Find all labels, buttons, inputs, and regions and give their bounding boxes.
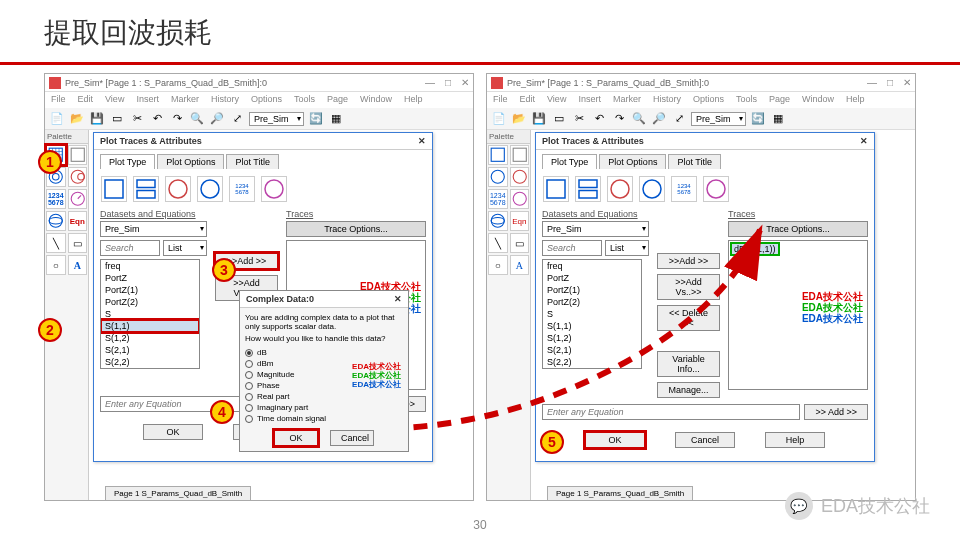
svg-point-18 [513,170,526,183]
svg-point-5 [77,174,84,181]
min-icon[interactable]: — [425,77,435,88]
svg-point-17 [491,170,504,183]
svg-point-27 [707,180,725,198]
step-badge-3: 3 [212,258,236,282]
max-icon[interactable]: □ [445,77,451,88]
plottype-smith-icon[interactable] [165,176,191,202]
wechat-icon: 💬 [785,492,813,520]
dialog-close-icon[interactable]: ✕ [418,136,426,146]
search-input[interactable] [100,240,160,256]
svg-point-12 [169,180,187,198]
svg-rect-11 [137,191,155,199]
dialog-tabs[interactable]: Plot TypePlot OptionsPlot Title [94,150,432,169]
radio-time[interactable]: Time domain signal [245,413,403,424]
svg-point-7 [49,214,62,227]
step-badge-4: 4 [210,400,234,424]
app-icon [49,77,61,89]
dataset-select[interactable]: Pre_Sim [100,221,207,237]
svg-rect-23 [579,180,597,188]
complex-data-dialog: Complex Data:0✕ You are adding complex d… [239,290,409,452]
palette-circle-icon[interactable]: ○ [46,255,66,275]
svg-point-25 [611,180,629,198]
svg-point-8 [49,218,62,225]
sub-ok-button[interactable]: OK [274,430,318,446]
plottype-list-icon[interactable]: 12345678 [229,176,255,202]
palette-rect-icon[interactable]: ▭ [68,233,88,253]
radio-real[interactable]: Real part [245,391,403,402]
titlebar: Pre_Sim* [Page 1 : S_Params_Quad_dB_Smit… [45,74,473,92]
palette-eqn-icon[interactable]: Eqn [68,211,88,231]
dialog-title: Plot Traces & Attributes [100,136,202,146]
dataset-combo[interactable]: Pre_Sim [249,112,304,126]
menubar[interactable]: FileEditViewInsertMarkerHistoryOptionsTo… [45,92,473,108]
list-item-s11: S(1,1) [101,320,199,332]
svg-rect-10 [137,180,155,188]
zoom-out-icon[interactable]: 🔎 [209,111,225,127]
plottype-antenna-icon[interactable] [261,176,287,202]
page-tab[interactable]: Page 1 S_Params_Quad_dB_Smith [105,486,251,500]
grid-icon[interactable]: ▦ [328,111,344,127]
equation-list[interactable]: freqPortZPortZ(1)PortZ(2)S S(1,1) S(1,2)… [100,259,200,369]
toolbar[interactable]: 📄 📂 💾 ▭ ✂ ↶ ↷ 🔍 🔎 ⤢ Pre_Sim 🔄 ▦ [45,108,473,130]
pointer-icon[interactable]: ▭ [109,111,125,127]
svg-rect-24 [579,191,597,199]
radio-imag[interactable]: Imaginary part [245,402,403,413]
plottype-polar-icon[interactable] [197,176,223,202]
svg-point-26 [643,180,661,198]
wechat-watermark: 💬 EDA技术公社 [785,492,930,520]
svg-rect-16 [513,148,526,161]
list-combo[interactable]: List [163,240,207,256]
page-number: 30 [473,518,486,532]
palette-text-icon[interactable]: A [68,255,88,275]
ok-button[interactable]: OK [143,424,203,440]
step-badge-5: 5 [540,430,564,454]
palette-grid-icon[interactable] [68,145,88,165]
new-icon[interactable]: 📄 [49,111,65,127]
palette: Palette 12345678 Eqn ╲ ▭ ○ A [45,130,89,500]
plottype-rect-icon[interactable] [101,176,127,202]
sub-cancel-button[interactable]: Cancel [330,430,374,446]
sub-close-icon[interactable]: ✕ [394,294,402,304]
palette-smith-icon[interactable] [68,167,88,187]
close-icon[interactable]: ✕ [461,77,469,88]
palette-globe-icon[interactable] [46,211,66,231]
zoom-fit-icon[interactable]: ⤢ [229,111,245,127]
cut-icon[interactable]: ✂ [129,111,145,127]
palette-table-icon[interactable]: 12345678 [46,189,66,209]
refresh-icon[interactable]: 🔄 [308,111,324,127]
step-badge-2: 2 [38,318,62,342]
slide-title: 提取回波损耗 [0,0,960,62]
svg-rect-15 [491,148,504,161]
slide-divider [0,62,960,65]
step-badge-1: 1 [38,150,62,174]
plottype-stack-icon[interactable] [133,176,159,202]
radio-db[interactable]: dB [245,347,403,358]
svg-rect-9 [105,180,123,198]
svg-rect-1 [71,148,84,161]
save-icon[interactable]: 💾 [89,111,105,127]
zoom-in-icon[interactable]: 🔍 [189,111,205,127]
svg-rect-22 [547,180,565,198]
svg-point-13 [201,180,219,198]
svg-point-14 [265,180,283,198]
window-title: Pre_Sim* [Page 1 : S_Params_Quad_dB_Smit… [65,78,267,88]
palette-line-icon[interactable]: ╲ [46,233,66,253]
undo-icon[interactable]: ↶ [149,111,165,127]
svg-point-3 [52,174,59,181]
palette-dial-icon[interactable] [68,189,88,209]
redo-icon[interactable]: ↷ [169,111,185,127]
open-icon[interactable]: 📂 [69,111,85,127]
